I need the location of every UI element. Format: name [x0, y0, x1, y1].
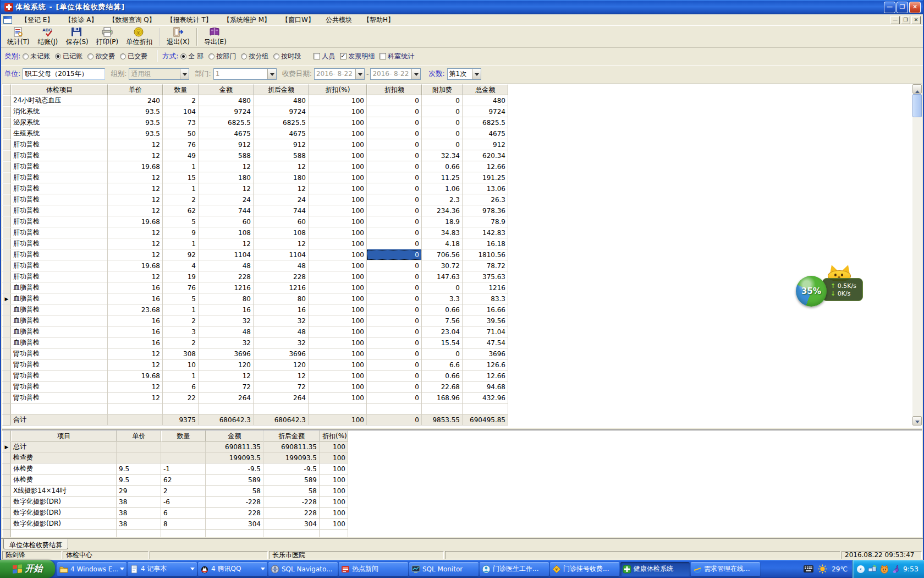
cell[interactable]: 48	[199, 326, 254, 337]
network-icon[interactable]	[868, 565, 877, 573]
cell[interactable]: 16	[199, 304, 254, 315]
menu-item[interactable]: 【系统维护 M】	[218, 14, 276, 26]
cell[interactable]: 0	[422, 106, 463, 117]
cell[interactable]: 体检费	[11, 464, 117, 475]
cell[interactable]: 588	[254, 150, 309, 161]
cell[interactable]: 690811.35	[206, 441, 263, 452]
cell[interactable]: 19.68	[108, 260, 163, 271]
cell[interactable]: 100	[309, 161, 367, 172]
cell[interactable]: 16.66	[463, 304, 508, 315]
cell[interactable]: 912	[254, 139, 309, 150]
row-selector[interactable]	[2, 227, 11, 238]
times-select[interactable]: 第1次	[447, 68, 481, 80]
cell[interactable]	[108, 403, 163, 415]
speed-ball[interactable]: 35%	[796, 276, 827, 307]
cell[interactable]	[11, 530, 117, 537]
cell[interactable]: 体检费	[11, 475, 117, 486]
taskbar-item-10[interactable]: 需求管理在线...	[691, 562, 760, 576]
checkbox-icon[interactable]	[314, 53, 320, 59]
cell[interactable]	[309, 403, 367, 415]
start-button[interactable]: 开始	[0, 560, 55, 578]
cell[interactable]: 100	[309, 95, 367, 106]
row-selector[interactable]	[2, 106, 11, 117]
cell[interactable]: 血脂普检	[11, 337, 108, 348]
cell[interactable]: -228	[206, 497, 263, 508]
cell[interactable]: 肝功普检	[11, 172, 108, 183]
row-selector[interactable]	[2, 348, 11, 359]
cell[interactable]: 100	[309, 282, 367, 293]
row-selector[interactable]	[2, 403, 11, 415]
cell[interactable]: 6	[163, 381, 199, 392]
cell[interactable]: 3696	[254, 348, 309, 359]
cell[interactable]: 126.6	[463, 359, 508, 370]
cell[interactable]: 304	[206, 519, 263, 530]
row-selector[interactable]	[2, 216, 11, 227]
cell[interactable]: 100	[309, 216, 367, 227]
cell[interactable]: 100	[320, 497, 348, 508]
radio-option[interactable]: 按时段	[273, 52, 301, 61]
cell[interactable]: 13.06	[463, 183, 508, 194]
cell[interactable]	[263, 530, 320, 537]
row-selector[interactable]	[2, 415, 11, 426]
cell[interactable]: 9.5	[117, 464, 161, 475]
cell[interactable]: 肝功普检	[11, 139, 108, 150]
cell[interactable]: 228	[263, 508, 320, 519]
cell[interactable]: 264	[199, 392, 254, 403]
cell[interactable]: 4675	[254, 128, 309, 139]
cell[interactable]: 肝功普检	[11, 161, 108, 172]
cell[interactable]: 0	[367, 381, 422, 392]
toolbar-button-打印[interactable]: 打印(P)	[92, 26, 123, 47]
cell[interactable]	[161, 441, 206, 452]
cell[interactable]: 24	[199, 194, 254, 205]
toolbar-button-保存[interactable]: 保存(S)	[62, 26, 92, 47]
row-selector[interactable]	[2, 128, 11, 139]
row-selector[interactable]	[2, 139, 11, 150]
cell[interactable]: 120	[199, 359, 254, 370]
cell[interactable]: 12	[108, 183, 163, 194]
weather-sun-icon[interactable]	[818, 564, 827, 574]
cell[interactable]: 12	[199, 183, 254, 194]
dept-select[interactable]: 1	[213, 68, 277, 80]
cell[interactable]	[206, 530, 263, 537]
cell[interactable]: 肝功普检	[11, 249, 108, 260]
cell[interactable]: 147.63	[422, 271, 463, 282]
cell[interactable]: 100	[309, 117, 367, 128]
taskbar-item-5[interactable]: 热点新闻	[339, 562, 408, 576]
cell[interactable]: 1216	[463, 282, 508, 293]
cell[interactable]: 1	[163, 370, 199, 381]
cell[interactable]	[463, 403, 508, 415]
menu-item[interactable]: 【接诊 A】	[59, 14, 103, 26]
cell[interactable]: 480	[463, 95, 508, 106]
cell[interactable]: 58	[263, 486, 320, 497]
vertical-scrollbar[interactable]	[912, 84, 922, 426]
cell[interactable]: 48	[199, 260, 254, 271]
cell[interactable]: 7.56	[422, 315, 463, 326]
cell[interactable]: 0	[422, 139, 463, 150]
row-selector[interactable]: ▶	[2, 441, 11, 452]
cell[interactable]: 24	[254, 194, 309, 205]
cell[interactable]: 47.54	[463, 337, 508, 348]
child-restore-button[interactable]: ❐	[901, 16, 910, 24]
radio-selected-icon[interactable]	[180, 53, 186, 59]
radio-option[interactable]: 按部门	[208, 52, 236, 61]
cell[interactable]: 0	[367, 227, 422, 238]
checkbox-icon[interactable]	[380, 53, 386, 59]
menu-item[interactable]: 【报表统计 T】	[161, 14, 218, 26]
row-selector[interactable]	[2, 381, 11, 392]
cell[interactable]: 0.66	[422, 304, 463, 315]
cell[interactable]: 32.34	[422, 150, 463, 161]
cell[interactable]: 6825.5	[199, 117, 254, 128]
cell[interactable]: 1810.56	[463, 249, 508, 260]
cell[interactable]: 108	[254, 227, 309, 238]
cell[interactable]: 62	[161, 475, 206, 486]
cell[interactable]: 100	[309, 128, 367, 139]
cell[interactable]	[367, 403, 422, 415]
cell[interactable]: 76	[163, 282, 199, 293]
row-selector[interactable]	[2, 452, 11, 464]
cell[interactable]: 0	[367, 282, 422, 293]
cell[interactable]: 0	[367, 161, 422, 172]
cell[interactable]: 12	[199, 370, 254, 381]
cell[interactable]: 12	[254, 161, 309, 172]
cell[interactable]: 100	[320, 452, 348, 464]
row-selector[interactable]	[2, 519, 11, 530]
